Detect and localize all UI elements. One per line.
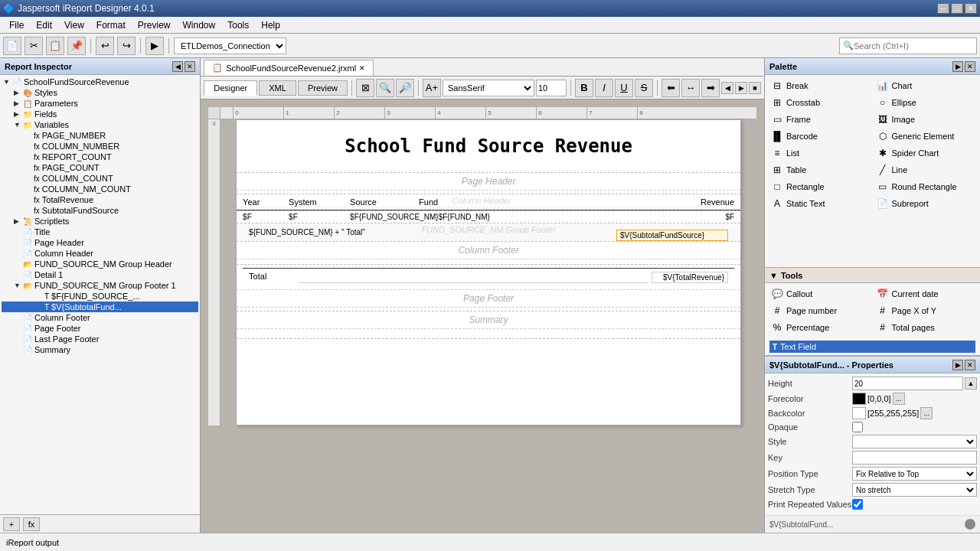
align-right-button[interactable]: ➡ <box>701 79 720 97</box>
tool-item-total-pages[interactable]: # Total pages <box>874 320 978 335</box>
strikethrough-button[interactable]: S <box>635 79 653 97</box>
inspector-close-button[interactable]: ✕ <box>185 61 195 72</box>
menu-window[interactable]: Window <box>177 18 222 32</box>
menu-help[interactable]: Help <box>255 18 286 32</box>
palette-item-chart[interactable]: 📊 Chart <box>874 78 978 93</box>
tree-item[interactable]: T $F{FUND_SOURCE_... <box>2 291 198 302</box>
new-button[interactable]: 📄 <box>3 37 21 55</box>
tree-item[interactable]: fx REPORT_COUNT <box>2 152 198 162</box>
scroll-prev-button[interactable]: ◀ <box>721 82 733 94</box>
italic-button[interactable]: I <box>595 79 613 97</box>
tree-item[interactable]: ▶ 📜 Scriptlets <box>2 216 198 227</box>
tab-xml[interactable]: XML <box>259 80 296 96</box>
prop-position-select[interactable]: Fix Relative to Top <box>852 467 977 481</box>
prop-opaque-checkbox[interactable] <box>852 422 863 432</box>
menu-file[interactable]: File <box>3 18 30 32</box>
tree-item[interactable]: ▼ 📄 SchoolFundSourceRevenue <box>2 77 198 87</box>
font-size-input[interactable] <box>536 80 567 96</box>
tree-item[interactable]: fx SubtotalFundSource <box>2 205 198 216</box>
tree-item[interactable]: 📄 Last Page Footer <box>2 334 198 344</box>
tree-item[interactable]: 📄 Page Footer <box>2 323 198 334</box>
tool-item-callout[interactable]: 💬 Callout <box>768 286 872 302</box>
palette-expand-button[interactable]: ▶ <box>952 61 963 72</box>
zoom-out-button[interactable]: 🔎 <box>396 79 414 97</box>
menu-view[interactable]: View <box>58 18 90 32</box>
tree-item[interactable]: fx PAGE_COUNT <box>2 162 198 173</box>
tree-item[interactable]: 📂 FUND_SOURCE_NM Group Header <box>2 259 198 269</box>
palette-close-button[interactable]: ✕ <box>965 61 975 72</box>
tree-item[interactable]: ▶ 📁 Fields <box>2 109 198 119</box>
palette-item-crosstab[interactable]: ⊞ Crosstab <box>768 95 872 110</box>
palette-item-list[interactable]: ≡ List <box>768 145 872 161</box>
tree-item[interactable]: fx COLUMN_COUNT <box>2 173 198 184</box>
menu-tools[interactable]: Tools <box>221 18 255 32</box>
zoom-in-button[interactable]: 🔍 <box>376 79 394 97</box>
tree-item[interactable]: fx PAGE_NUMBER <box>2 130 198 141</box>
tab-preview[interactable]: Preview <box>298 80 348 96</box>
bold-button[interactable]: B <box>575 79 593 97</box>
palette-item-line[interactable]: ╱ Line <box>874 162 978 178</box>
palette-item-frame[interactable]: ▭ Frame <box>768 112 872 127</box>
tree-item[interactable]: ▼ 📁 Variables <box>2 119 198 130</box>
prop-forecolor-edit[interactable]: ... <box>893 393 905 405</box>
font-bigger-button[interactable]: A+ <box>423 79 441 97</box>
copy-button[interactable]: 📋 <box>46 37 64 55</box>
zoom-fit-button[interactable]: ⊠ <box>356 79 374 97</box>
tree-item[interactable]: 📄 Detail 1 <box>2 269 198 280</box>
minimize-button[interactable]: ─ <box>937 3 949 14</box>
prop-style-select[interactable] <box>852 435 977 448</box>
palette-item-spider-chart[interactable]: ✱ Spider Chart <box>874 145 978 161</box>
undo-button[interactable]: ↩ <box>96 37 114 55</box>
align-center-button[interactable]: ↔ <box>681 79 700 97</box>
tree-item[interactable]: 📄 Page Header <box>2 237 198 248</box>
prop-stretch-select[interactable]: No stretch <box>852 483 977 497</box>
tool-item-page-number[interactable]: # Page number <box>768 303 872 318</box>
document-tab[interactable]: 📋 SchoolFundSourceRevenue2.jrxml ✕ <box>204 60 374 76</box>
title-bar-controls[interactable]: ─ □ ✕ <box>937 3 977 14</box>
redo-button[interactable]: ↪ <box>117 37 136 55</box>
prop-key-input[interactable] <box>852 451 977 465</box>
tool-item-current-date[interactable]: 📅 Current date <box>874 286 978 302</box>
tree-item[interactable]: ▶ 🎨 Styles <box>2 87 198 98</box>
palette-item-static-text[interactable]: A Static Text <box>768 196 872 211</box>
tree-item[interactable]: ▼ 📂 FUND_SOURCE_NM Group Footer 1 <box>2 280 198 291</box>
underline-button[interactable]: U <box>615 79 633 97</box>
tree-item[interactable]: ▶ 📋 Parameters <box>2 98 198 109</box>
search-box[interactable]: 🔍 <box>839 37 977 54</box>
tab-designer[interactable]: Designer <box>204 80 257 96</box>
close-button[interactable]: ✕ <box>965 3 977 14</box>
palette-item-ellipse[interactable]: ○ Ellipse <box>874 95 978 110</box>
add-button[interactable]: + <box>3 517 20 531</box>
tree-item[interactable]: fx COLUMN_NUMBER <box>2 141 198 152</box>
tool-item-percentage[interactable]: % Percentage <box>768 320 872 335</box>
palette-item-barcode[interactable]: ▐▌ Barcode <box>768 129 872 144</box>
tree-item[interactable]: fx COLUMN_NM_COUNT <box>2 184 198 194</box>
scroll-stop-button[interactable]: ■ <box>749 82 761 94</box>
maximize-button[interactable]: □ <box>951 3 963 14</box>
props-expand-button[interactable]: ▶ <box>952 360 963 370</box>
prop-height-input[interactable] <box>852 377 963 390</box>
inspector-collapse-button[interactable]: ◀ <box>172 61 183 72</box>
tool-item-page-x-of-y[interactable]: # Page X of Y <box>874 303 978 318</box>
scroll-next-button[interactable]: ▶ <box>735 82 747 94</box>
palette-item-subreport[interactable]: 📄 Subreport <box>874 196 978 211</box>
tree-item[interactable]: 📄 Column Header <box>2 248 198 259</box>
align-left-button[interactable]: ⬅ <box>662 79 680 97</box>
tab-close-button[interactable]: ✕ <box>359 64 365 72</box>
palette-item-round-rectangle[interactable]: ▭ Round Rectangle <box>874 179 978 194</box>
tree-item[interactable]: 📄 Summary <box>2 344 198 355</box>
connection-dropdown[interactable]: ETLDemos_Connection <box>174 37 286 54</box>
props-close-button[interactable]: ✕ <box>965 360 975 370</box>
tool-textfield[interactable]: T Text Field <box>769 341 975 353</box>
palette-item-break[interactable]: ⊟ Break <box>768 78 872 93</box>
search-input[interactable] <box>854 41 969 51</box>
prop-forecolor-swatch[interactable] <box>852 393 866 405</box>
font-family-select[interactable]: SansSerif <box>443 80 534 96</box>
function-button[interactable]: fx <box>23 517 40 531</box>
palette-item-table[interactable]: ⊞ Table <box>768 162 872 178</box>
paste-button[interactable]: 📌 <box>67 37 86 55</box>
prop-height-up[interactable]: ▲ <box>965 377 977 390</box>
tree-item[interactable]: 📄 Title <box>2 227 198 237</box>
prop-print-repeated-checkbox[interactable] <box>852 499 863 510</box>
prop-backcolor-swatch[interactable] <box>852 407 866 419</box>
